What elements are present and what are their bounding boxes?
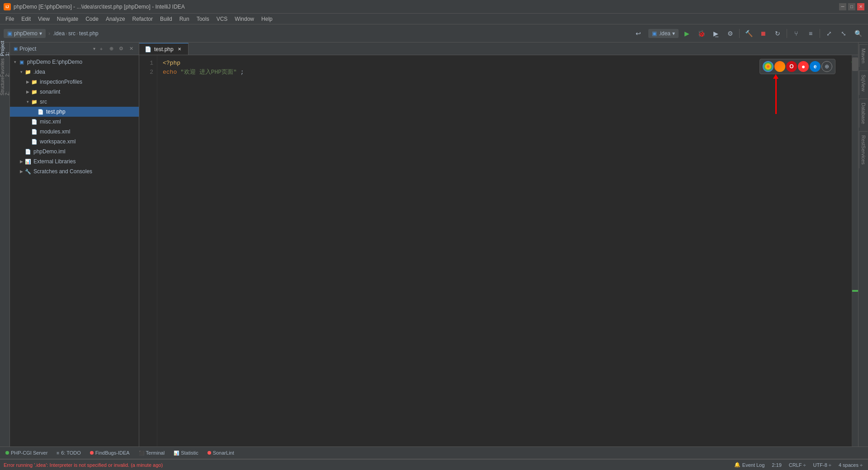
coverage-button[interactable]: ▶̲ (709, 27, 722, 40)
close-panel-button[interactable]: ✕ (127, 45, 135, 53)
sqview-panel-toggle[interactable]: SqView (859, 71, 868, 95)
status-right: 🔔 Event Log 2:19 CRLF ÷ UTF-8 ÷ 4 spaces… (732, 462, 864, 468)
breadcrumb-sep1: › (48, 30, 50, 37)
search-everywhere-button[interactable]: 🔍 (852, 27, 864, 40)
tab-close-button[interactable]: ✕ (176, 46, 183, 52)
expand-button[interactable]: ⤢ (823, 27, 835, 40)
editor-content[interactable]: 1 2 <?php echo "欢迎 进入PHP页面" ; O (139, 55, 858, 446)
phpdemo-iml-label: phpDemo.iml (33, 148, 66, 155)
menu-window[interactable]: Window (231, 15, 258, 23)
todo-label: 6: TODO (61, 450, 81, 456)
project-switcher[interactable]: ▣ phpDemo ▾ (4, 29, 46, 38)
title-bar: IJ phpDemo [E:\phpDemo] - ...\idea\src\t… (0, 0, 868, 14)
run-button[interactable]: ▶ (680, 27, 693, 40)
tree-src-folder[interactable]: ▾ 📁 src (10, 97, 139, 107)
minimize-button[interactable]: ─ (839, 3, 846, 10)
tree-phpdemo-iml[interactable]: 📄 phpDemo.iml (10, 147, 139, 157)
terminal-tab[interactable]: ⬛ Terminal (135, 447, 169, 458)
menu-view[interactable]: View (34, 15, 53, 23)
restservices-panel-toggle[interactable]: RestServices (859, 131, 868, 168)
add-item-button[interactable]: + (97, 45, 105, 53)
favorites-panel-toggle[interactable]: 2: Favorites (1, 63, 9, 71)
edge-red-button[interactable]: ● (798, 61, 809, 72)
browser-ext-button[interactable]: ⊕ (821, 61, 832, 72)
tree-workspace-xml[interactable]: 📄 workspace.xml (10, 137, 139, 147)
line-num-1: 1 (139, 59, 153, 68)
separator1 (739, 29, 740, 38)
breadcrumb-idea[interactable]: .idea (53, 30, 65, 37)
terminal-icon: ⬛ (139, 451, 144, 456)
close-button[interactable]: ✕ (857, 3, 864, 10)
php-cgi-tab[interactable]: PHP-CGI Server (2, 447, 51, 458)
run-config-chevron: ▾ (672, 30, 675, 37)
breadcrumb-file[interactable]: test.php (79, 30, 99, 37)
tree-modules-xml[interactable]: 📄 modules.xml (10, 127, 139, 137)
edge-button[interactable]: e (810, 61, 821, 72)
menu-build[interactable]: Build (156, 15, 176, 23)
scroll-to-button[interactable]: ⊕ (107, 45, 115, 53)
todo-tab[interactable]: ≡ 6: TODO (53, 447, 84, 458)
tree-scratches-consoles[interactable]: ▶ 🔧 Scratches and Consoles (10, 166, 139, 176)
modulesxml-icon: 📄 (31, 128, 38, 135)
editor-scrollbar[interactable] (852, 55, 858, 446)
debug-button[interactable]: 🐞 (695, 27, 708, 40)
maximize-button[interactable]: □ (848, 3, 855, 10)
breadcrumb-src[interactable]: src (68, 30, 75, 37)
sonarlint-tab[interactable]: SonarLint (204, 447, 238, 458)
findbugs-label: FindBugs-IDEA (95, 450, 130, 456)
status-indentation[interactable]: 4 spaces ÷ (837, 462, 864, 468)
run-config-selector[interactable]: ▣ .idea ▾ (648, 29, 679, 38)
status-cursor-pos[interactable]: 2:19 (770, 462, 783, 468)
tree-misc-xml[interactable]: 📄 misc.xml (10, 117, 139, 127)
tree-idea-folder[interactable]: ▾ 📁 .idea (10, 67, 139, 77)
shrink-button[interactable]: ⤡ (837, 27, 850, 40)
separator3 (820, 29, 820, 38)
menu-refactor[interactable]: Refactor (129, 15, 156, 23)
statistic-label: Statistic (181, 450, 198, 456)
build-button[interactable]: 🔨 (742, 27, 755, 40)
tree-inspection-profiles[interactable]: ▶ 📁 inspectionProfiles (10, 77, 139, 87)
settings-button[interactable]: ⚙ (117, 45, 125, 53)
menu-navigate[interactable]: Navigate (53, 15, 82, 23)
testphp-spacer (31, 109, 37, 115)
code-area[interactable]: <?php echo "欢迎 进入PHP页面" ; (157, 55, 858, 446)
tree-root[interactable]: ▾ ▣ phpDemo E:\phpDemo (10, 57, 139, 67)
update-button[interactable]: ↻ (771, 27, 784, 40)
menu-analyze[interactable]: Analyze (102, 15, 129, 23)
findbugs-tab[interactable]: FindBugs-IDEA (86, 447, 133, 458)
database-panel-toggle[interactable]: Database (859, 99, 868, 128)
maven-panel-toggle[interactable]: Maven (859, 44, 868, 67)
menu-tools[interactable]: Tools (193, 15, 213, 23)
project-panel-toggle[interactable]: 1: Project (1, 44, 9, 52)
miscxml-spacer (24, 119, 31, 125)
status-bar: Error running '.idea': Interpreter is no… (0, 459, 868, 470)
firefox-button[interactable] (774, 61, 785, 72)
stop-button[interactable]: ⏹ (757, 27, 769, 40)
back-button[interactable]: ↩ (632, 27, 645, 40)
git-button[interactable]: ⑂ (790, 27, 802, 40)
menu-run[interactable]: Run (176, 15, 193, 23)
statistic-tab[interactable]: 📊 Statistic (170, 447, 202, 458)
opera-button[interactable]: O (786, 61, 797, 72)
menu-code[interactable]: Code (82, 15, 102, 23)
menu-help[interactable]: Help (258, 15, 276, 23)
todo-icon: ≡ (57, 451, 59, 456)
structure-panel-toggle[interactable]: Z: Structure (1, 82, 9, 90)
tree-external-libraries[interactable]: ▶ 📊 External Libraries (10, 157, 139, 166)
structure-button[interactable]: ≡ (804, 27, 817, 40)
menu-vcs[interactable]: VCS (213, 15, 231, 23)
menu-edit[interactable]: Edit (18, 15, 34, 23)
status-encoding[interactable]: UTF-8 ÷ (811, 462, 833, 468)
editor-tabs: 📄 test.php ✕ (139, 43, 858, 55)
tree-test-php[interactable]: 📄 test.php (10, 107, 139, 117)
status-line-ending[interactable]: CRLF ÷ (787, 462, 808, 468)
profile-button[interactable]: ⚙ (724, 27, 736, 40)
chrome-button[interactable] (763, 61, 774, 72)
workspacexml-spacer (24, 138, 31, 145)
tab-test-php[interactable]: 📄 test.php ✕ (139, 43, 189, 55)
tree-sonarlint-folder[interactable]: ▶ 📁 sonarlint (10, 87, 139, 97)
menu-file[interactable]: File (2, 15, 18, 23)
status-event-log[interactable]: 🔔 Event Log (732, 462, 767, 468)
tab-label: test.php (154, 46, 174, 52)
project-tree: ▾ ▣ phpDemo E:\phpDemo ▾ 📁 .idea ▶ 📁 ins… (10, 55, 139, 446)
